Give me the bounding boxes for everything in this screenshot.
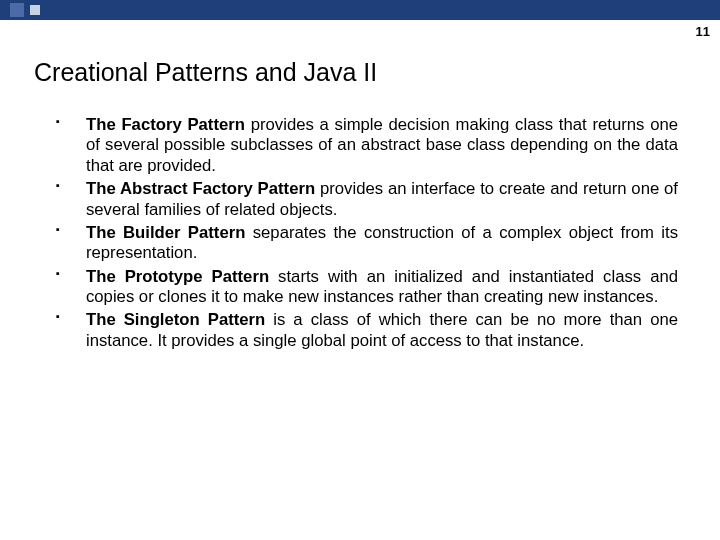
list-item: The Factory Pattern provides a simple de… <box>56 115 678 176</box>
slide-title: Creational Patterns and Java II <box>34 58 720 87</box>
pattern-name: The Abstract Factory Pattern <box>86 179 315 198</box>
pattern-name: The Factory Pattern <box>86 115 245 134</box>
pattern-name: The Prototype Pattern <box>86 267 269 286</box>
bullet-list: The Factory Pattern provides a simple de… <box>56 115 678 351</box>
list-item: The Builder Pattern separates the constr… <box>56 223 678 264</box>
decorative-square-small <box>30 5 40 15</box>
list-item: The Abstract Factory Pattern provides an… <box>56 179 678 220</box>
list-item: The Singleton Pattern is a class of whic… <box>56 310 678 351</box>
decorative-square-large <box>10 3 24 17</box>
list-item: The Prototype Pattern starts with an ini… <box>56 267 678 308</box>
pattern-name: The Builder Pattern <box>86 223 245 242</box>
pattern-name: The Singleton Pattern <box>86 310 265 329</box>
slide-top-bar <box>0 0 720 20</box>
page-number: 11 <box>696 24 710 39</box>
